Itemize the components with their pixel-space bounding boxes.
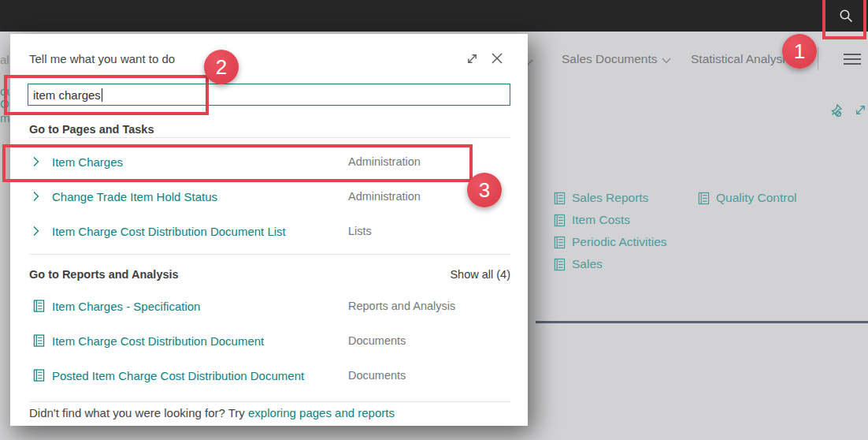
nav-divider: [818, 47, 818, 70]
report-icon: [554, 214, 566, 227]
background-link-sales-reports[interactable]: Sales Reports: [554, 191, 648, 205]
background-text-fragment: ali: [0, 53, 9, 66]
report-icon: [33, 334, 45, 348]
dialog-title: Tell me what you want to do: [29, 52, 175, 65]
background-text-fragment: m: [0, 111, 9, 125]
result-category: Documents: [348, 369, 406, 382]
background-link-label: Sales Reports: [572, 191, 648, 205]
report-icon: [554, 192, 566, 205]
close-icon[interactable]: [490, 51, 504, 69]
chevron-right-icon: [33, 157, 39, 167]
expand-icon[interactable]: [854, 103, 867, 120]
nav-item-label: Statistical Analysi: [691, 52, 785, 66]
background-link-label: Sales: [572, 257, 603, 271]
background-link-sales[interactable]: Sales: [554, 257, 603, 271]
result-label: Item Charges - Specification: [52, 300, 200, 313]
footer-text: Didn't find what you were looking for? T…: [29, 406, 245, 419]
background-link-label: Periodic Activities: [572, 235, 667, 249]
background-link-periodic-activities[interactable]: Periodic Activities: [554, 235, 667, 249]
report-icon: [33, 300, 45, 313]
divider: [29, 137, 510, 138]
background-link-item-costs[interactable]: Item Costs: [554, 213, 630, 227]
result-label: Item Charge Cost Distribution Document L…: [52, 225, 286, 238]
result-category: Lists: [348, 225, 372, 237]
text-caret: [102, 88, 102, 102]
background-text-fragment: Op: [0, 97, 9, 110]
section-header-pages-tasks: Go to Pages and Tasks: [29, 123, 154, 136]
result-label: Item Charges: [52, 155, 123, 169]
nav-item-label: Sales Documents: [562, 52, 657, 66]
report-icon: [554, 236, 566, 249]
show-all-link[interactable]: Show all (4): [450, 268, 510, 281]
chevron-down-icon: [790, 58, 799, 64]
divider: [29, 401, 510, 402]
nav-item-sales-documents[interactable]: Sales Documents: [562, 52, 671, 66]
search-icon: [839, 9, 853, 23]
result-row-item-charges-specification[interactable]: Item Charges - Specification Reports and…: [10, 289, 528, 323]
result-category: Documents: [348, 334, 406, 347]
unpin-icon[interactable]: [829, 103, 844, 121]
tell-me-search-input[interactable]: item charges: [28, 84, 510, 106]
chevron-down-icon: [662, 58, 671, 64]
result-category: Reports and Analysis: [348, 300, 455, 312]
result-category: Administration: [348, 155, 421, 168]
result-row-posted-item-charge-cost-distribution-document[interactable]: Posted Item Charge Cost Distribution Doc…: [10, 358, 528, 393]
chevron-right-icon: [33, 226, 39, 237]
tell-me-dialog: Tell me what you want to do item charges…: [10, 34, 528, 426]
result-row-item-charge-cost-distribution-document-list[interactable]: Item Charge Cost Distribution Document L…: [10, 214, 528, 248]
expand-dialog-icon[interactable]: [466, 52, 479, 69]
background-section-divider: [536, 321, 868, 323]
search-button[interactable]: [824, 0, 868, 32]
nav-item-statistical-analysis[interactable]: Statistical Analysi: [691, 52, 799, 66]
background-link-quality-control[interactable]: Quality Control: [698, 191, 797, 205]
search-input-value: item charges: [33, 88, 101, 102]
divider: [29, 254, 510, 255]
background-text-fragment: ou: [0, 84, 9, 98]
top-navigation-bar: [0, 0, 868, 32]
section-header-reports-analysis: Go to Reports and Analysis: [29, 268, 179, 281]
result-label: Posted Item Charge Cost Distribution Doc…: [52, 369, 304, 382]
dialog-footer: Didn't find what you were looking for? T…: [29, 406, 395, 419]
report-icon: [33, 369, 45, 382]
explore-pages-reports-link[interactable]: exploring pages and reports: [248, 406, 395, 419]
result-row-change-trade-item-hold-status[interactable]: Change Trade Item Hold Status Administra…: [10, 179, 528, 214]
hamburger-menu-icon[interactable]: [844, 52, 862, 66]
report-icon: [698, 192, 710, 205]
result-label: Change Trade Item Hold Status: [52, 190, 217, 203]
result-row-item-charges[interactable]: Item Charges Administration: [10, 144, 528, 179]
result-row-item-charge-cost-distribution-document[interactable]: Item Charge Cost Distribution Document D…: [10, 323, 528, 358]
background-link-label: Item Costs: [572, 213, 630, 227]
background-link-label: Quality Control: [716, 191, 797, 205]
result-label: Item Charge Cost Distribution Document: [52, 334, 264, 348]
chevron-right-icon: [33, 192, 39, 202]
report-icon: [554, 258, 566, 271]
result-category: Administration: [348, 190, 421, 203]
